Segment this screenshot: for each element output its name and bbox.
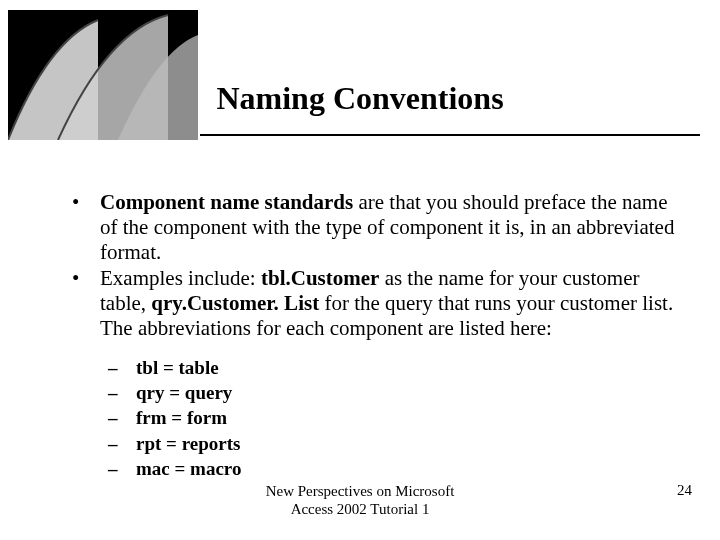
bullet-item: •Component name standards are that you s… bbox=[72, 190, 680, 264]
bullet-text: Component name standards are that you sh… bbox=[100, 190, 680, 264]
sub-text: mac = macro bbox=[136, 458, 241, 480]
bullet-marker: • bbox=[72, 190, 100, 264]
dash-marker: – bbox=[108, 458, 136, 480]
sub-item: –mac = macro bbox=[108, 458, 680, 480]
dash-marker: – bbox=[108, 407, 136, 429]
slide: Naming Conventions •Component name stand… bbox=[0, 0, 720, 540]
bullet-text: Examples include: tbl.Customer as the na… bbox=[100, 266, 680, 340]
dash-marker: – bbox=[108, 382, 136, 404]
title-underline bbox=[200, 134, 700, 136]
sub-text: frm = form bbox=[136, 407, 227, 429]
sub-item: –qry = query bbox=[108, 382, 680, 404]
dash-marker: – bbox=[108, 357, 136, 379]
footer-line2: Access 2002 Tutorial 1 bbox=[0, 500, 720, 518]
sub-list: –tbl = table–qry = query–frm = form–rpt … bbox=[108, 357, 680, 481]
header: Naming Conventions bbox=[0, 0, 720, 150]
sub-text: qry = query bbox=[136, 382, 232, 404]
bullet-marker: • bbox=[72, 266, 100, 340]
dash-marker: – bbox=[108, 433, 136, 455]
sub-item: –frm = form bbox=[108, 407, 680, 429]
corner-image bbox=[8, 10, 198, 140]
footer-line1: New Perspectives on Microsoft bbox=[0, 482, 720, 500]
body-content: •Component name standards are that you s… bbox=[72, 190, 680, 484]
sub-text: rpt = reports bbox=[136, 433, 240, 455]
page-number: 24 bbox=[677, 482, 692, 499]
sub-item: –tbl = table bbox=[108, 357, 680, 379]
slide-title: Naming Conventions bbox=[0, 80, 720, 117]
sub-text: tbl = table bbox=[136, 357, 219, 379]
sub-item: –rpt = reports bbox=[108, 433, 680, 455]
bullet-item: •Examples include: tbl.Customer as the n… bbox=[72, 266, 680, 340]
footer: New Perspectives on Microsoft Access 200… bbox=[0, 482, 720, 522]
footer-text: New Perspectives on Microsoft Access 200… bbox=[0, 482, 720, 518]
